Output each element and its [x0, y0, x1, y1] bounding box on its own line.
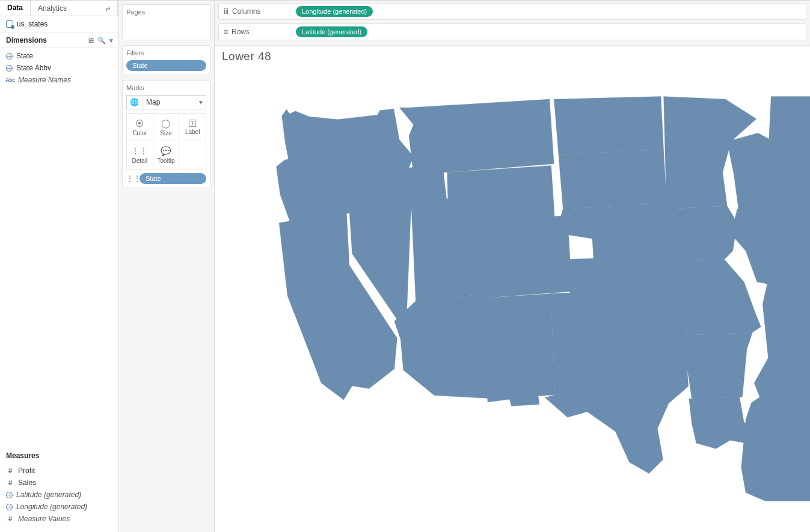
globe-icon [6, 53, 13, 60]
measure-sales[interactable]: #Sales [0, 477, 118, 489]
column-row-shelves: iiiColumns Longitude (generated) ≡Rows L… [215, 1, 810, 46]
hash-icon: # [6, 478, 14, 487]
marks-size[interactable]: ◯Size [153, 114, 180, 141]
marks-grid: ⦿Color ◯Size TLabel ⋮⋮Detail 💬Tooltip [126, 113, 206, 170]
chevron-down-icon: ▾ [195, 98, 206, 106]
field-label: Measure Values [18, 515, 70, 523]
field-label: Profit [18, 466, 35, 475]
filters-shelf[interactable]: Filters State [122, 45, 210, 75]
color-icon: ⦿ [135, 118, 144, 128]
tab-analytics-label: Analytics [38, 4, 67, 13]
data-pane: Data Analytics ⇅ us_states Dimensions ⊞ … [0, 1, 118, 532]
globe-icon [6, 492, 13, 498]
field-label: State Abbv [16, 64, 51, 72]
dimension-state[interactable]: State [0, 50, 118, 62]
detail-pill-icon[interactable]: ⋮⋮ [126, 174, 137, 183]
menu-caret-icon[interactable]: ▾ [109, 37, 113, 44]
field-label: Sales [18, 478, 36, 487]
swap-icon: ⇅ [105, 6, 111, 11]
field-label: Measure Names [18, 76, 71, 84]
cell-label: Size [160, 130, 171, 136]
filters-label: Filters [126, 49, 206, 57]
us-map-svg [254, 82, 810, 532]
globe-icon [6, 65, 13, 72]
field-label: Longitude (generated) [16, 503, 87, 511]
columns-label: Columns [232, 7, 260, 16]
side-tabs: Data Analytics ⇅ [0, 1, 118, 16]
datasource-icon [6, 20, 13, 28]
field-label: Latitude (generated) [16, 491, 81, 499]
datasource-name: us_states [17, 20, 48, 28]
measures-list: #Profit #Sales Latitude (generated) Long… [0, 462, 118, 532]
marks-label[interactable]: TLabel [179, 114, 206, 141]
mark-pill-state[interactable]: State [140, 173, 206, 184]
cell-label: Detail [132, 157, 148, 164]
dimension-state-abbv[interactable]: State Abbv [0, 62, 118, 74]
datasource-row[interactable]: us_states [0, 16, 118, 32]
measure-longitude[interactable]: Longitude (generated) [0, 501, 118, 513]
cell-label: Label [185, 129, 200, 135]
globe-icon [6, 504, 13, 510]
marks-card: Marks 🌐 Map ▾ ⦿Color ◯Size TLabel ⋮⋮Deta… [122, 80, 210, 188]
columns-shelf[interactable]: iiiColumns Longitude (generated) [218, 3, 806, 20]
columns-pill-longitude[interactable]: Longitude (generated) [296, 6, 373, 17]
sheet-title[interactable]: Lower 48 [222, 50, 271, 63]
mark-type-label: Map [143, 98, 195, 106]
map-visualization[interactable] [254, 82, 810, 532]
abc-icon: Abc [6, 76, 14, 84]
main-area: iiiColumns Longitude (generated) ≡Rows L… [215, 1, 810, 532]
measure-profit[interactable]: #Profit [0, 465, 118, 477]
columns-icon: iii [224, 7, 229, 16]
dimensions-list: State State Abbv AbcMeasure Names [0, 47, 118, 88]
marks-detail[interactable]: ⋮⋮Detail [127, 141, 153, 169]
rows-icon: ≡ [224, 28, 228, 36]
dimensions-header: Dimensions ⊞ 🔍 ▾ [0, 32, 118, 47]
pages-label: Pages [126, 8, 206, 16]
tooltip-icon: 💬 [161, 146, 171, 156]
measures-header: Measures [0, 447, 118, 462]
pages-shelf[interactable]: Pages [122, 4, 210, 40]
label-icon: T [189, 120, 196, 127]
hash-icon: # [6, 466, 14, 475]
measure-values[interactable]: #Measure Values [0, 513, 118, 525]
search-icon[interactable]: 🔍 [97, 37, 106, 44]
measure-latitude[interactable]: Latitude (generated) [0, 489, 118, 501]
cell-label: Tooltip [158, 157, 175, 164]
mark-detail-row: ⋮⋮ State [126, 173, 206, 184]
tab-data[interactable]: Data [0, 1, 31, 16]
marks-tooltip[interactable]: 💬Tooltip [153, 141, 180, 169]
viz-canvas[interactable]: Lower 48 [215, 46, 810, 532]
size-icon: ◯ [161, 118, 171, 128]
rows-shelf[interactable]: ≡Rows Latitude (generated) [218, 23, 806, 40]
cell-label: Color [132, 130, 147, 136]
rows-label: Rows [232, 28, 250, 36]
app-root: Data Analytics ⇅ us_states Dimensions ⊞ … [0, 0, 810, 532]
field-label: State [16, 52, 33, 60]
mark-type-selector[interactable]: 🌐 Map ▾ [126, 95, 206, 109]
dimensions-label: Dimensions [6, 36, 47, 44]
detail-icon: ⋮⋮ [131, 146, 148, 156]
marks-color[interactable]: ⦿Color [127, 114, 153, 141]
tab-analytics[interactable]: Analytics ⇅ [31, 1, 118, 16]
rows-pill-latitude[interactable]: Latitude (generated) [296, 26, 367, 37]
hash-icon: # [6, 515, 14, 523]
map-type-icon: 🌐 [127, 96, 143, 109]
shelves-column: Pages Filters State Marks 🌐 Map ▾ ⦿Color… [118, 1, 215, 532]
dimension-measure-names[interactable]: AbcMeasure Names [0, 74, 118, 86]
marks-empty [179, 141, 206, 169]
view-as-icon[interactable]: ⊞ [88, 37, 94, 44]
filter-pill-state[interactable]: State [126, 60, 206, 71]
marks-label: Marks [126, 84, 206, 91]
